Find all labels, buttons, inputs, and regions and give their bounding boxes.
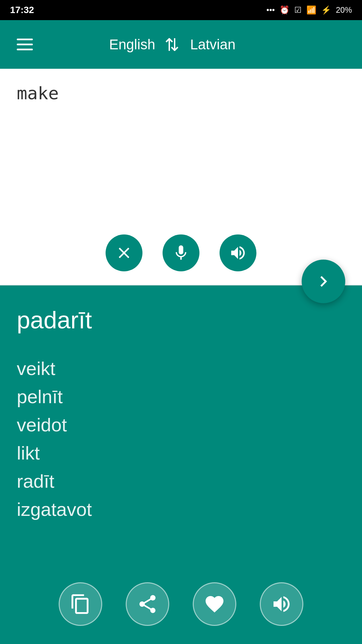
primary-translation: padarīt [17, 306, 345, 334]
signal-icon: 📶 [306, 5, 316, 15]
alt-translation-1: veikt [17, 355, 345, 383]
main-container: make pa [0, 69, 362, 644]
send-icon [313, 271, 334, 292]
alarm-icon: ⏰ [280, 5, 290, 15]
dots-icon: ••• [266, 5, 275, 15]
swap-languages-icon[interactable]: ⇄ [163, 37, 183, 52]
translate-button[interactable] [302, 260, 345, 303]
alt-translation-3: veidot [17, 411, 345, 439]
status-bar: 17:32 ••• ⏰ ☑ 📶 ⚡ 20% [0, 0, 362, 20]
audio-icon [271, 593, 292, 615]
clear-icon [115, 244, 133, 262]
source-text-input[interactable]: make [17, 82, 345, 230]
microphone-icon [172, 244, 190, 262]
speak-source-button[interactable] [220, 234, 256, 271]
copy-icon [70, 593, 91, 615]
microphone-button[interactable] [163, 234, 199, 271]
favorite-button[interactable] [193, 582, 236, 626]
clear-button[interactable] [106, 234, 142, 271]
share-icon [137, 593, 158, 615]
battery-percent: 20% [336, 5, 352, 15]
language-selector: English ⇄ Latvian [109, 35, 235, 55]
source-language[interactable]: English [109, 37, 155, 53]
sim-icon: ☑ [294, 5, 302, 15]
toolbar: English ⇄ Latvian [0, 20, 362, 69]
result-area: padarīt veikt pelnīt veidot likt radīt i… [0, 285, 362, 644]
alt-translation-6: izgatavot [17, 495, 345, 524]
speaker-icon [229, 244, 247, 262]
status-icons: ••• ⏰ ☑ 📶 ⚡ 20% [266, 5, 352, 15]
status-time: 17:32 [10, 5, 34, 15]
input-action-buttons [106, 234, 256, 271]
share-button[interactable] [126, 582, 169, 626]
heart-icon [204, 593, 225, 615]
target-language[interactable]: Latvian [190, 37, 235, 53]
input-area: make [0, 69, 362, 285]
alternative-translations: veikt pelnīt veidot likt radīt izgatavot [17, 355, 345, 524]
copy-button[interactable] [59, 582, 102, 626]
bolt-icon: ⚡ [321, 5, 331, 15]
alt-translation-5: radīt [17, 467, 345, 495]
speak-result-button[interactable] [260, 582, 303, 626]
menu-button[interactable] [17, 39, 33, 50]
alt-translation-2: pelnīt [17, 383, 345, 411]
alt-translation-4: likt [17, 439, 345, 467]
result-action-buttons [59, 582, 303, 626]
